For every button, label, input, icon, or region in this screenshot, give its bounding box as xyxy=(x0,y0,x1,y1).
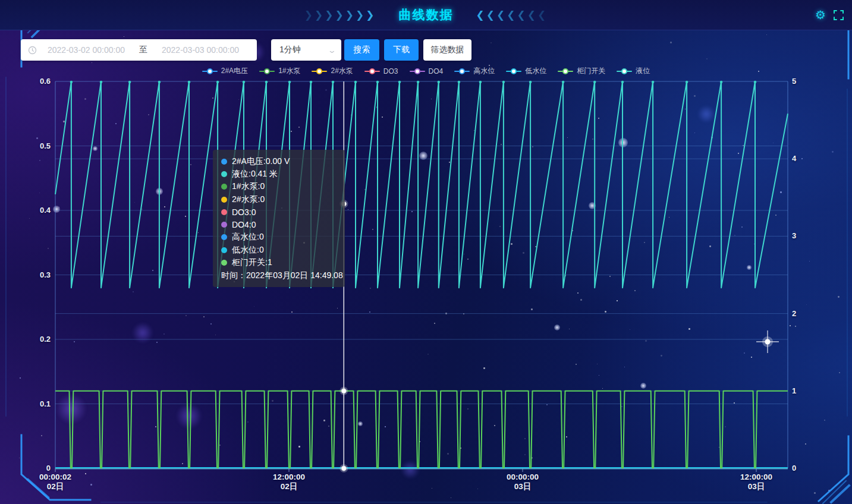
date-separator: 至 xyxy=(139,45,147,55)
tooltip-row: 1#水泵:0 xyxy=(221,181,337,193)
legend-item-label: 柜门开关 xyxy=(577,66,605,76)
date-range-picker[interactable]: 2022-03-02 00:00:00 至 2022-03-03 00:00:0… xyxy=(21,39,257,61)
series-dot-icon xyxy=(221,209,227,215)
series-dot-icon xyxy=(221,247,227,253)
legend-item-label: 液位 xyxy=(636,66,650,76)
search-button[interactable]: 搜索 xyxy=(344,39,379,61)
interval-select-value: 1分钟 xyxy=(279,45,301,55)
legend-marker-icon xyxy=(617,68,632,74)
series-dot-icon xyxy=(221,260,227,266)
legend-item-2[interactable]: 1#水泵 xyxy=(259,66,300,76)
legend-item-label: DO3 xyxy=(383,67,398,75)
legend-item-5[interactable]: DO4 xyxy=(410,66,444,76)
tooltip-row: 低水位:0 xyxy=(221,244,337,256)
tooltip-row: 2#A电压:0.00 V xyxy=(221,155,337,168)
tooltip-row: 2#水泵:0 xyxy=(221,193,337,206)
legend-marker-icon xyxy=(410,68,425,74)
legend-item-label: 2#A电压 xyxy=(221,66,248,76)
tooltip-row: DO3:0 xyxy=(221,206,337,218)
settings-gear-icon[interactable]: ⚙ xyxy=(815,9,826,21)
clock-icon xyxy=(28,46,37,55)
legend-marker-icon xyxy=(202,68,218,74)
tooltip-time: 时间：2022年03月02日 14:49.08 xyxy=(221,269,337,282)
legend-item-label: 2#水泵 xyxy=(331,66,353,76)
tooltip-row: 液位:0.41 米 xyxy=(221,168,337,180)
date-end-input[interactable]: 2022-03-03 00:00:00 xyxy=(151,45,250,55)
tooltip-row: 柜门开关:1 xyxy=(221,256,337,269)
interval-select[interactable]: 1分钟 ⌄ xyxy=(271,39,341,61)
legend-item-9[interactable]: 液位 xyxy=(617,66,650,76)
date-start-input[interactable]: 2022-03-02 00:00:00 xyxy=(37,45,136,55)
legend-item-7[interactable]: 低水位 xyxy=(506,66,546,76)
tooltip-row: DO4:0 xyxy=(221,218,337,231)
fullscreen-icon[interactable] xyxy=(834,10,844,20)
legend-marker-icon xyxy=(454,68,470,74)
page-title: 曲线数据 xyxy=(399,7,454,23)
legend-item-label: 高水位 xyxy=(473,66,495,76)
chevron-down-icon: ⌄ xyxy=(328,46,337,55)
legend-item-label: 低水位 xyxy=(525,66,546,76)
legend-item-8[interactable]: 柜门开关 xyxy=(558,66,605,76)
legend-marker-icon xyxy=(259,68,275,74)
legend-item-3[interactable]: 2#水泵 xyxy=(312,66,353,76)
legend: 2#A电压1#水泵2#水泵DO3DO4高水位低水位柜门开关液位 xyxy=(0,66,852,76)
series-dot-icon xyxy=(221,222,227,228)
legend-marker-icon xyxy=(364,68,380,74)
header-left-chevrons-icon: ❯❯❯❯❯❯❯ xyxy=(304,10,376,20)
legend-marker-icon xyxy=(506,68,521,74)
legend-marker-icon xyxy=(558,68,573,74)
series-dot-icon xyxy=(221,184,227,190)
header-bar: ❯❯❯❯❯❯❯ 曲线数据 ❮❮❮❮❮❮❮ ⚙ xyxy=(0,0,852,30)
download-button[interactable]: 下载 xyxy=(384,39,419,61)
series-dot-icon xyxy=(221,159,227,165)
legend-marker-icon xyxy=(312,68,327,74)
legend-item-label: DO4 xyxy=(429,67,444,75)
series-dot-icon xyxy=(221,197,227,203)
legend-item-1[interactable]: 2#A电压 xyxy=(202,66,248,76)
series-dot-icon xyxy=(221,234,227,240)
legend-item-4[interactable]: DO3 xyxy=(364,66,398,76)
chart-tooltip: 2#A电压:0.00 V液位:0.41 米1#水泵:02#水泵:0DO3:0DO… xyxy=(213,150,345,287)
tooltip-rows: 2#A电压:0.00 V液位:0.41 米1#水泵:02#水泵:0DO3:0DO… xyxy=(221,155,337,269)
legend-item-6[interactable]: 高水位 xyxy=(454,66,495,76)
filter-data-button[interactable]: 筛选数据 xyxy=(423,39,471,61)
legend-item-label: 1#水泵 xyxy=(278,66,300,76)
header-right-chevrons-icon: ❮❮❮❮❮❮❮ xyxy=(476,10,548,20)
series-dot-icon xyxy=(221,171,227,177)
tooltip-row: 高水位:0 xyxy=(221,231,337,244)
